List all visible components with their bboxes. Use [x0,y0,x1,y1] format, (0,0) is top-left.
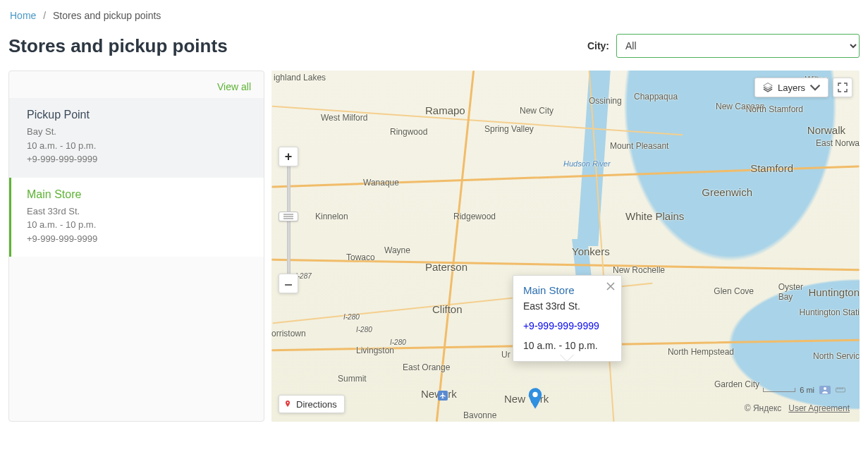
map-city-label: Huntington Stati [800,307,860,317]
store-address: East 33rd St. [27,204,248,219]
svg-point-4 [532,392,537,397]
close-icon[interactable] [606,281,616,291]
map-city-label: North Servic [813,351,860,361]
store-marker[interactable] [527,388,543,409]
city-select[interactable]: All [616,34,860,58]
balloon-title[interactable]: Main Store [523,284,611,296]
map-city-label: Chappaqua [634,92,678,102]
svg-rect-3 [836,388,845,392]
map-city-label: New Rochelle [613,265,665,275]
map-attribution: © Яндекс User Agreement [745,403,850,413]
balloon-hours: 10 a.m. - 10 p.m. [523,340,611,351]
map-city-label: Oyster Bay [778,282,803,302]
map[interactable]: ighland Lakes West Milford Ramapo Ringwo… [271,71,860,422]
map-background [271,71,860,422]
store-hours: 10 a.m. - 10 p.m. [27,218,248,232]
map-city-label: Wayne [384,245,410,255]
map-city-label: Stamford [750,162,793,174]
page-title: Stores and pickup points [8,35,228,57]
store-address: Bay St. [27,125,248,139]
map-city-label: Towaco [346,252,375,262]
map-city-label: Mount Pleasant [610,141,668,151]
layers-icon [762,82,774,93]
map-city-label: Ur [501,350,511,360]
city-filter-label: City: [587,40,609,51]
map-city-label: Clifton [432,303,463,315]
view-all-link[interactable]: View all [217,81,251,92]
map-city-label: North Hempstead [668,347,734,357]
map-city-label: Garden City [714,379,759,389]
breadcrumb-separator: / [39,10,50,21]
svg-point-2 [824,387,826,390]
attribution-brand: © Яндекс [745,403,782,413]
map-highway-label: I-280 [390,338,406,346]
map-balloon: Main Store East 33rd St. +9-999-999-9999… [513,275,622,362]
zoom-slider-handle[interactable] [279,212,298,221]
airport-icon [438,391,448,401]
balloon-address: East 33rd St. [523,300,611,312]
map-water-label: Hudson River [563,159,611,168]
map-city-label: Norwalk [807,124,845,136]
map-city-label: Glen Cove [714,286,754,296]
map-city-label: Yonkers [572,245,610,257]
layers-label: Layers [778,83,805,93]
scale-label: 6 mi [800,386,814,394]
map-scale: 6 mi [763,385,845,395]
map-city-label: North Stamford [746,104,803,114]
map-city-label: West Milford [321,113,367,123]
map-city-label: Livingston [356,346,394,355]
map-highway-label: I-280 [356,326,372,334]
map-city-label: Wanaque [363,178,399,188]
directions-label: Directions [296,399,337,410]
fullscreen-button[interactable] [833,78,852,97]
map-city-label: Kinnelon [315,212,348,221]
zoom-out-button[interactable]: – [279,274,298,293]
breadcrumb-current: Stores and pickup points [53,10,161,21]
map-city-label: Greenwich [702,186,752,198]
map-city-label: Paterson [425,261,467,273]
ruler-icon [836,385,845,395]
store-card[interactable]: Pickup Point Bay St. 10 a.m. - 10 p.m. +… [9,98,264,178]
fullscreen-icon [838,83,848,92]
map-city-label: Ossining [589,96,622,106]
map-highway-label: I-280 [343,313,360,321]
map-city-label: ighland Lakes [274,73,326,83]
map-city-label: orristown [271,329,306,338]
zoom-in-button[interactable]: + [279,147,298,166]
map-city-label: White Plains [625,210,684,222]
store-name: Main Store [27,186,248,203]
svg-point-0 [287,402,288,403]
map-city-label: Huntington [808,286,860,298]
map-city-label: Bavonne [463,410,496,420]
chevron-down-icon [809,82,821,93]
map-city-label: East Norwa [816,138,860,148]
store-card[interactable]: Main Store East 33rd St. 10 a.m. - 10 p.… [9,178,264,257]
map-city-label: New City [520,106,554,116]
person-icon [819,385,831,395]
store-phone: +9-999-999-9999 [27,152,248,166]
store-name: Pickup Point [27,106,248,123]
map-city-label: Ramapo [425,104,465,116]
store-phone: +9-999-999-9999 [27,232,248,246]
balloon-phone[interactable]: +9-999-999-9999 [523,320,599,331]
store-hours: 10 a.m. - 10 p.m. [27,139,248,153]
stores-sidebar: View all Pickup Point Bay St. 10 a.m. - … [8,71,264,422]
map-city-label: Summit [338,374,367,384]
layers-button[interactable]: Layers [754,78,829,97]
breadcrumb-home[interactable]: Home [10,10,36,21]
directions-button[interactable]: Directions [279,395,345,413]
pin-icon [283,400,292,408]
user-agreement-link[interactable]: User Agreement [788,403,850,413]
map-city-label: Spring Valley [484,124,534,134]
map-city-label: Ridgewood [453,212,496,221]
map-city-label: East Orange [403,362,450,372]
map-city-label: Ringwood [390,127,427,137]
breadcrumb: Home / Stores and pickup points [8,8,860,28]
